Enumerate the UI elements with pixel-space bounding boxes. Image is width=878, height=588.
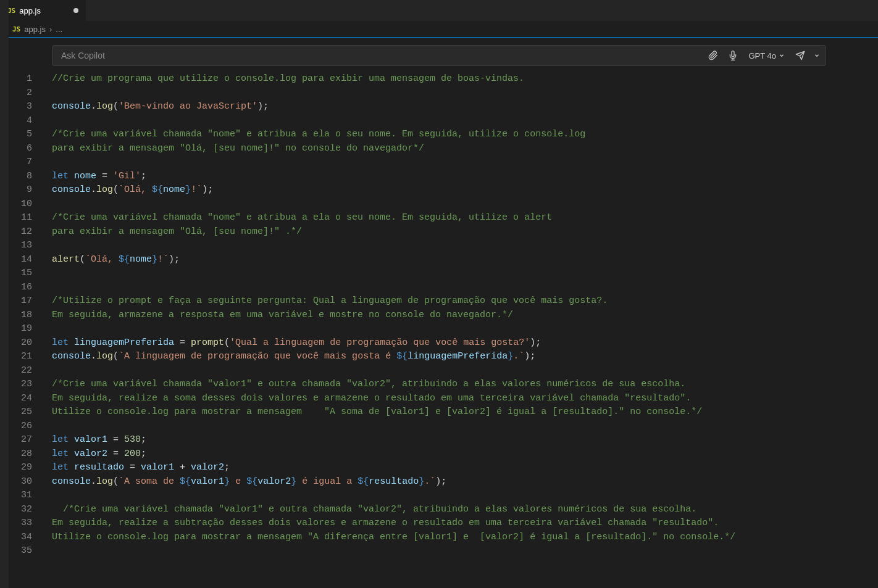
code-line[interactable]: console.log(`A soma de ${valor1} e ${val… xyxy=(52,475,735,489)
code-line[interactable]: let resultado = valor1 + valor2; xyxy=(52,461,735,475)
code-line[interactable]: let nome = 'Gil'; xyxy=(52,170,735,184)
code-line[interactable]: //Crie um programa que utilize o console… xyxy=(52,72,735,86)
activity-bar-stub xyxy=(0,0,9,588)
code-line[interactable] xyxy=(52,155,735,170)
code-line[interactable] xyxy=(52,281,735,295)
code-line[interactable] xyxy=(52,544,735,558)
breadcrumb[interactable]: JS app.js › ... xyxy=(0,22,878,38)
code-line[interactable] xyxy=(52,197,735,212)
copilot-input[interactable] xyxy=(57,51,700,60)
send-icon[interactable] xyxy=(793,49,807,62)
code-editor[interactable]: 1234567891011121314151617181920212223242… xyxy=(0,72,878,558)
code-line[interactable] xyxy=(52,364,735,378)
code-line[interactable] xyxy=(52,322,735,336)
code-line[interactable]: para exibir a mensagem "Olá, [seu nome]!… xyxy=(52,225,735,239)
code-line[interactable] xyxy=(52,114,735,128)
copilot-bar: GPT 4o xyxy=(52,45,826,66)
code-line[interactable]: Em seguida, realize a soma desses dois v… xyxy=(52,392,735,406)
unsaved-dot-icon xyxy=(73,8,78,13)
code-line[interactable]: Utilize o console.log para mostrar a men… xyxy=(52,405,735,420)
code-area[interactable]: //Crie um programa que utilize o console… xyxy=(43,72,735,558)
code-line[interactable]: console.log(`Olá, ${nome}!`); xyxy=(52,183,735,197)
breadcrumb-rest: ... xyxy=(56,25,62,34)
code-line[interactable]: /*Crie uma variável chamada "nome" e atr… xyxy=(52,211,735,225)
chevron-down-icon xyxy=(814,52,820,59)
microphone-icon[interactable] xyxy=(726,49,740,62)
js-icon: JS xyxy=(12,25,20,33)
chevron-right-icon: › xyxy=(49,25,52,34)
code-line[interactable]: Em seguida, realize a subtração desses d… xyxy=(52,516,735,531)
breadcrumb-file: app.js xyxy=(24,25,46,34)
code-line[interactable]: console.log(`A linguagem de programação … xyxy=(52,350,735,364)
chevron-down-icon xyxy=(779,52,785,59)
code-line[interactable] xyxy=(52,86,735,101)
code-line[interactable] xyxy=(52,239,735,253)
code-line[interactable]: /*Crie uma variável chamada "nome" e atr… xyxy=(52,128,735,142)
model-selector[interactable]: GPT 4o xyxy=(746,51,787,60)
code-line[interactable]: Utilize o console.log para mostrar a men… xyxy=(52,531,735,545)
code-line[interactable]: alert(`Olá, ${nome}!`); xyxy=(52,253,735,267)
tab-title: app.js xyxy=(19,6,41,15)
code-line[interactable]: Em seguida, armazene a resposta em uma v… xyxy=(52,308,735,323)
code-line[interactable]: let valor1 = 530; xyxy=(52,433,735,447)
code-line[interactable]: let linguagemPreferida = prompt('Qual a … xyxy=(52,336,735,350)
code-line[interactable]: para exibir a mensagem "Olá, [seu nome]!… xyxy=(52,142,735,156)
code-line[interactable]: /*Crie uma variável chamada "valor1" e o… xyxy=(52,378,735,392)
code-line[interactable] xyxy=(52,489,735,503)
code-line[interactable]: let valor2 = 200; xyxy=(52,447,735,462)
code-line[interactable] xyxy=(52,420,735,434)
tab-bar: JS app.js xyxy=(0,0,878,22)
model-name: GPT 4o xyxy=(748,51,776,60)
tab-app-js[interactable]: JS app.js xyxy=(0,0,86,21)
code-line[interactable]: /*Utilize o prompt e faça a seguinte per… xyxy=(52,294,735,308)
send-options-icon[interactable] xyxy=(813,49,821,62)
attach-icon[interactable] xyxy=(706,49,720,62)
code-line[interactable]: /*Crie uma variável chamada "valor1" e o… xyxy=(52,503,735,517)
code-line[interactable]: console.log('Bem-vindo ao JavaScript'); xyxy=(52,100,735,114)
code-line[interactable] xyxy=(52,267,735,281)
